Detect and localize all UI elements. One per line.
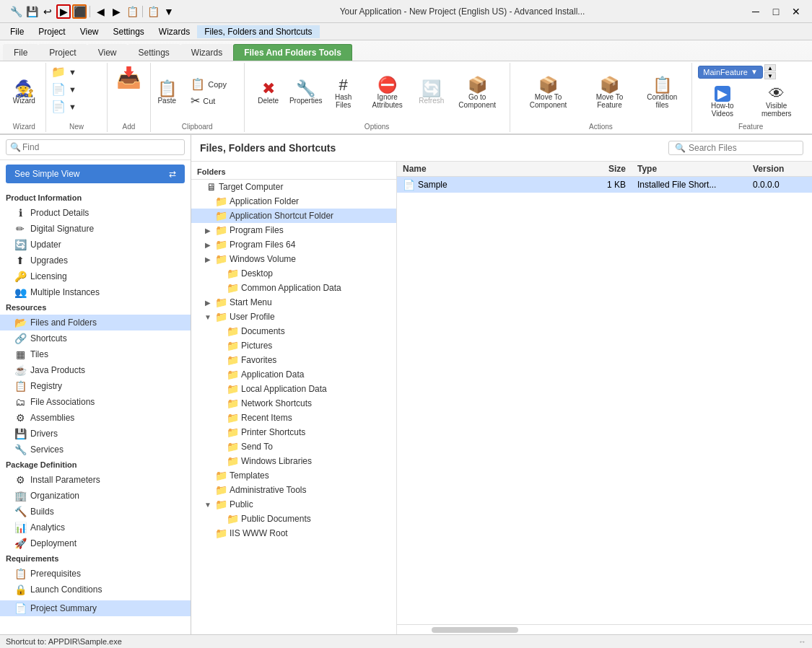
visible-members-button[interactable]: 👁 Visible members: [749, 82, 803, 121]
tree-documents[interactable]: 📁 Documents: [191, 324, 396, 338]
tree-windows-libraries[interactable]: 📁 Windows Libraries: [191, 454, 396, 468]
save-button[interactable]: 💾: [25, 4, 39, 19]
sidebar-item-launch-conditions[interactable]: 🔒 Launch Conditions: [0, 582, 191, 597]
build-button[interactable]: ⬛: [72, 4, 87, 19]
undo-button[interactable]: ↩: [40, 4, 55, 19]
tree-desktop[interactable]: 📁 Desktop: [191, 266, 396, 281]
condition-files-button[interactable]: 📋 Condition files: [638, 74, 686, 113]
tab-project[interactable]: Project: [38, 44, 87, 61]
run-button[interactable]: ▶: [56, 4, 71, 19]
tree-app-folder[interactable]: 📁 Application Folder: [191, 194, 396, 209]
maximize-button[interactable]: □: [766, 4, 786, 19]
dropdown-button[interactable]: ▼: [162, 4, 176, 19]
tab-wizards[interactable]: Wizards: [180, 44, 233, 61]
sidebar-item-prerequisites[interactable]: 📋 Prerequisites: [0, 566, 191, 582]
refresh-button[interactable]: 🔄 Refresh: [414, 77, 450, 108]
sidebar-item-assemblies[interactable]: ⚙ Assemblies: [0, 410, 191, 426]
sidebar-item-shortcuts[interactable]: 🔗 Shortcuts: [0, 330, 191, 346]
tree-common-app-data[interactable]: 📁 Common Application Data: [191, 281, 396, 295]
goto-component-button[interactable]: 📦 Go to Component: [451, 74, 504, 113]
sidebar-item-registry[interactable]: 📋 Registry: [0, 378, 191, 394]
tree-local-app-data[interactable]: 📁 Local Application Data: [191, 382, 396, 396]
sidebar-item-analytics[interactable]: 📊 Analytics: [0, 520, 191, 535]
sidebar-item-project-summary[interactable]: 📄 Project Summary: [0, 600, 191, 616]
wizard-button[interactable]: 🧙 Wizard: [6, 77, 42, 108]
menu-wizards[interactable]: Wizards: [152, 25, 197, 38]
sidebar-item-file-associations[interactable]: 🗂 File Associations: [0, 394, 191, 410]
sidebar-search-input[interactable]: [6, 139, 185, 155]
minimize-button[interactable]: ─: [746, 4, 766, 19]
sidebar-item-tiles[interactable]: ▦ Tiles: [0, 346, 191, 362]
paste-button[interactable]: 📋 Paste: [149, 77, 184, 108]
menu-file[interactable]: File: [3, 25, 31, 38]
sidebar-item-updater[interactable]: 🔄 Updater: [0, 237, 191, 253]
content-search-input[interactable]: [689, 143, 797, 153]
move-to-feature-button[interactable]: 📦 Move To Feature: [582, 74, 637, 113]
tab-file[interactable]: File: [3, 44, 38, 61]
sidebar-item-deployment[interactable]: 🚀 Deployment: [0, 535, 191, 551]
sidebar-item-drivers[interactable]: 💾 Drivers: [0, 426, 191, 442]
tree-network-shortcuts[interactable]: 📁 Network Shortcuts: [191, 396, 396, 411]
extra-button[interactable]: 📋: [146, 4, 160, 19]
menu-files-folders[interactable]: Files, Folders and Shortcuts: [197, 25, 319, 38]
delete-button[interactable]: ✖ Delete: [250, 77, 287, 108]
close-button[interactable]: ✕: [786, 4, 806, 19]
tree-recent-items[interactable]: 📁 Recent Items: [191, 411, 396, 425]
cut-button[interactable]: ✂ Cut: [187, 93, 245, 109]
horizontal-scrollbar[interactable]: [432, 627, 518, 633]
tree-app-data[interactable]: 📁 Application Data: [191, 367, 396, 382]
new-file-button2[interactable]: 📄 ▼: [48, 99, 105, 115]
feature-dropdown[interactable]: MainFeature ▼: [698, 66, 763, 79]
copy-button[interactable]: 📋 Copy: [187, 76, 245, 92]
feature-nav-down[interactable]: ▼: [764, 72, 776, 79]
tree-pictures[interactable]: 📁 Pictures: [191, 338, 396, 353]
move-to-component-button[interactable]: 📦 Move To Component: [516, 74, 581, 113]
tree-app-shortcut-folder[interactable]: 📁 Application Shortcut Folder: [191, 209, 396, 223]
sidebar-item-java-products[interactable]: ☕ Java Products: [0, 362, 191, 378]
sidebar-item-files-folders[interactable]: 📂 Files and Folders: [0, 315, 191, 330]
sidebar-item-digital-signature[interactable]: ✏ Digital Signature: [0, 221, 191, 237]
sidebar-item-install-parameters[interactable]: ⚙ Install Parameters: [0, 472, 191, 488]
recent-button[interactable]: 📋: [125, 4, 139, 19]
tree-windows-volume[interactable]: ▶ 📁 Windows Volume: [191, 252, 396, 266]
new-folder-button[interactable]: 📁 ▼: [48, 64, 105, 80]
col-version[interactable]: Version: [747, 164, 812, 174]
sidebar-item-organization[interactable]: 🏢 Organization: [0, 488, 191, 504]
tab-settings[interactable]: Settings: [128, 44, 180, 61]
tree-iis-www-root[interactable]: 📁 IIS WWW Root: [191, 526, 396, 540]
tree-favorites[interactable]: 📁 Favorites: [191, 353, 396, 367]
menu-view[interactable]: View: [73, 25, 106, 38]
properties-button[interactable]: 🔧 Properties: [288, 77, 324, 108]
menu-settings[interactable]: Settings: [106, 25, 152, 38]
col-size[interactable]: Size: [588, 164, 632, 174]
sidebar-item-product-details[interactable]: ℹ Product Details: [0, 205, 191, 221]
back-button[interactable]: ◀: [93, 4, 108, 19]
col-type[interactable]: Type: [632, 164, 747, 174]
sidebar-item-services[interactable]: 🔧 Services: [0, 442, 191, 457]
sidebar-item-upgrades[interactable]: ⬆ Upgrades: [0, 253, 191, 268]
ignore-attributes-button[interactable]: ⛔ Ignore Attributes: [363, 74, 412, 113]
sidebar-item-licensing[interactable]: 🔑 Licensing: [0, 268, 191, 284]
sidebar-item-builds[interactable]: 🔨 Builds: [0, 504, 191, 520]
col-name[interactable]: Name: [397, 164, 588, 174]
tree-public-documents[interactable]: 📁 Public Documents: [191, 512, 396, 526]
sidebar-item-multiple-instances[interactable]: 👥 Multiple Instances: [0, 284, 191, 300]
feature-nav-up[interactable]: ▲: [764, 64, 776, 71]
tree-start-menu[interactable]: ▶ 📁 Start Menu: [191, 295, 396, 310]
menu-project[interactable]: Project: [31, 25, 72, 38]
tree-user-profile[interactable]: ▼ 📁 User Profile: [191, 310, 396, 324]
tree-target-computer[interactable]: 🖥 Target Computer: [191, 180, 396, 194]
tree-program-files-64[interactable]: ▶ 📁 Program Files 64: [191, 237, 396, 252]
tree-admin-tools[interactable]: 📁 Administrative Tools: [191, 483, 396, 497]
tree-public[interactable]: ▼ 📁 Public: [191, 497, 396, 512]
hash-files-button[interactable]: # Hash Files: [326, 74, 362, 113]
forward-button[interactable]: ▶: [109, 4, 123, 19]
tree-printer-shortcuts[interactable]: 📁 Printer Shortcuts: [191, 425, 396, 439]
tree-program-files[interactable]: ▶ 📁 Program Files: [191, 223, 396, 237]
tree-send-to[interactable]: 📁 Send To: [191, 439, 396, 454]
tab-files-folders-tools[interactable]: Files And Folders Tools: [233, 44, 352, 61]
how-to-videos-button[interactable]: ▶ How-to Videos: [698, 82, 746, 121]
simple-view-button[interactable]: See Simple View ⇄: [6, 165, 185, 183]
tab-view[interactable]: View: [87, 44, 128, 61]
file-row[interactable]: 📄 Sample 1 KB Installed File Short... 0.…: [397, 177, 812, 193]
